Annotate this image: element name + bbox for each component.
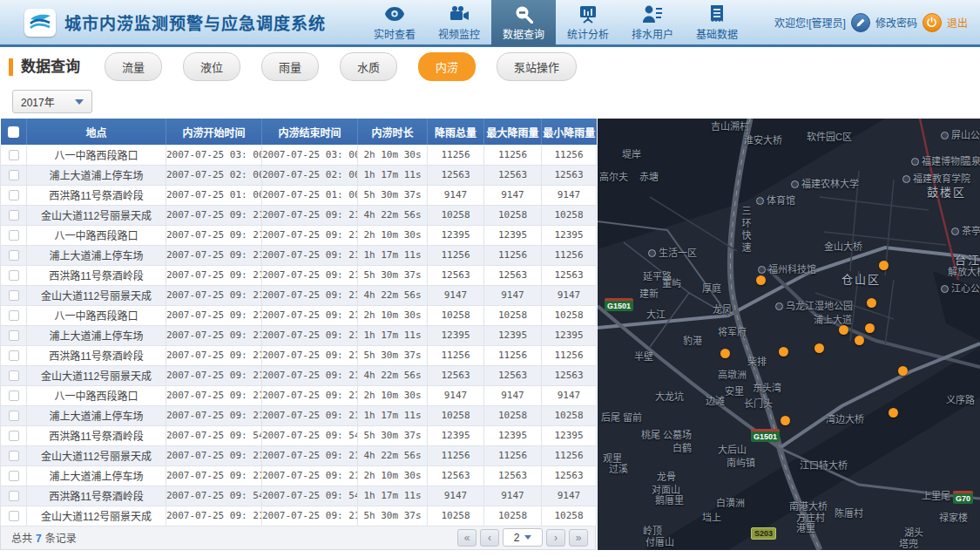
row-checkbox[interactable] bbox=[9, 250, 19, 261]
row-checkbox-cell[interactable] bbox=[1, 305, 27, 325]
page-select[interactable]: 2 bbox=[503, 528, 543, 547]
table-row[interactable]: 西洪路11号祭酒岭段2007-07-25 01: 002007-07-25 01… bbox=[1, 185, 597, 205]
row-checkbox-cell[interactable] bbox=[1, 285, 27, 305]
row-checkbox-cell[interactable] bbox=[1, 405, 27, 425]
next-page-button[interactable]: › bbox=[546, 529, 565, 547]
row-checkbox-cell[interactable] bbox=[1, 325, 27, 345]
nav-item-视频监控[interactable]: 视频监控 bbox=[427, 0, 491, 46]
waterlogging-marker-4[interactable] bbox=[839, 325, 848, 335]
table-row[interactable]: 浦上大道浦上停车场2007-07-25 09: 212007-07-25 09:… bbox=[1, 405, 597, 425]
table-row[interactable]: 金山大道112号丽景天成2007-07-25 09: 212007-07-25 … bbox=[1, 365, 597, 385]
waterlogging-marker-12[interactable] bbox=[889, 408, 898, 418]
table-row[interactable]: 浦上大道浦上停车场2007-07-25 09: 212007-07-25 09:… bbox=[1, 325, 597, 345]
table-row[interactable]: 西洪路11号祭酒岭段2007-07-25 09: 212007-07-25 09… bbox=[1, 265, 597, 285]
row-checkbox[interactable] bbox=[9, 310, 19, 321]
power-icon[interactable] bbox=[923, 13, 942, 32]
table-row[interactable]: 金山大道112号丽景天成2007-07-25 09: 212007-07-25 … bbox=[1, 506, 597, 526]
row-checkbox-cell[interactable] bbox=[1, 145, 27, 165]
waterlogging-marker-3[interactable] bbox=[867, 298, 876, 308]
table-row[interactable]: 金山大道112号丽景天成2007-07-25 09: 212007-07-25 … bbox=[1, 205, 597, 225]
pencil-icon[interactable] bbox=[851, 13, 870, 32]
tab-流量[interactable]: 流量 bbox=[105, 52, 162, 81]
row-checkbox[interactable] bbox=[9, 431, 19, 441]
waterlogging-marker-1[interactable] bbox=[756, 275, 766, 285]
first-page-button[interactable]: « bbox=[457, 529, 476, 547]
waterlogging-marker-2[interactable] bbox=[879, 261, 889, 270]
nav-item-数据查询[interactable]: 数据查询 bbox=[491, 0, 556, 46]
row-checkbox-cell[interactable] bbox=[1, 425, 27, 445]
nav-item-排水用户[interactable]: 排水用户 bbox=[620, 0, 685, 46]
table-row[interactable]: 金山大道112号丽景天成2007-07-25 09: 212007-07-25 … bbox=[1, 445, 597, 465]
select-all-cell[interactable] bbox=[1, 119, 27, 145]
table-row[interactable]: 浦上大道浦上停车场2007-07-25 02: 002007-07-25 02:… bbox=[1, 165, 597, 185]
table-row[interactable]: 金山大道112号丽景天成2007-07-25 09: 212007-07-25 … bbox=[1, 285, 597, 305]
row-checkbox-cell[interactable] bbox=[1, 506, 27, 526]
table-row[interactable]: 八一中路西段路口2007-07-25 09: 212007-07-25 09: … bbox=[1, 305, 597, 325]
row-checkbox[interactable] bbox=[9, 511, 19, 521]
table-row[interactable]: 西洪路11号祭酒岭段2007-07-25 09: 212007-07-25 09… bbox=[1, 345, 597, 365]
table-row[interactable]: 浦上大道浦上停车场2007-07-25 09: 212007-07-25 09:… bbox=[1, 245, 597, 265]
tab-雨量[interactable]: 雨量 bbox=[261, 52, 319, 81]
row-checkbox[interactable] bbox=[9, 210, 19, 221]
waterlogging-marker-5[interactable] bbox=[865, 323, 875, 333]
table-row[interactable]: 八一中路西段路口2007-07-25 09: 212007-07-25 09: … bbox=[1, 225, 597, 245]
row-checkbox-cell[interactable] bbox=[1, 365, 27, 385]
row-checkbox-cell[interactable] bbox=[1, 265, 27, 285]
row-checkbox[interactable] bbox=[9, 290, 19, 301]
row-checkbox[interactable] bbox=[9, 190, 19, 200]
map-place-label: 东头湾 bbox=[753, 380, 781, 394]
last-page-button[interactable]: » bbox=[569, 529, 588, 547]
row-checkbox-cell[interactable] bbox=[1, 385, 27, 405]
row-checkbox-cell[interactable] bbox=[1, 245, 27, 265]
nav-item-统计分析[interactable]: 统计分析 bbox=[556, 0, 620, 46]
table-row[interactable]: 八一中路西段路口2007-07-25 09: 212007-07-25 09: … bbox=[1, 385, 597, 405]
row-checkbox-cell[interactable] bbox=[1, 205, 27, 225]
cell-total-rainfall: 11256 bbox=[428, 245, 484, 265]
row-checkbox[interactable] bbox=[9, 370, 19, 381]
prev-page-button[interactable]: ‹ bbox=[480, 529, 499, 547]
waterlogging-marker-11[interactable] bbox=[781, 416, 790, 425]
table-row[interactable]: 浦上大道浦上停车场2007-07-25 09: 212007-07-25 09:… bbox=[1, 465, 597, 486]
tab-液位[interactable]: 液位 bbox=[183, 52, 240, 81]
row-checkbox[interactable] bbox=[9, 350, 19, 361]
table-row[interactable]: 西洪路11号祭酒岭段2007-07-25 09: 542007-07-25 09… bbox=[1, 486, 597, 506]
row-checkbox-cell[interactable] bbox=[1, 486, 27, 506]
row-checkbox-cell[interactable] bbox=[1, 225, 27, 245]
row-checkbox[interactable] bbox=[9, 330, 19, 341]
row-checkbox[interactable] bbox=[9, 411, 19, 421]
table-row[interactable]: 西洪路11号祭酒岭段2007-07-25 09: 542007-07-25 09… bbox=[1, 425, 597, 445]
row-checkbox-cell[interactable] bbox=[1, 465, 27, 486]
waterlogging-marker-8[interactable] bbox=[779, 347, 788, 357]
map-poi-label: 福建博物院 bbox=[911, 153, 970, 167]
change-password-link[interactable]: 修改密码 bbox=[875, 15, 917, 30]
select-all-checkbox[interactable] bbox=[8, 126, 19, 138]
row-checkbox[interactable] bbox=[9, 451, 19, 461]
row-checkbox[interactable] bbox=[9, 491, 19, 501]
row-checkbox-cell[interactable] bbox=[1, 345, 27, 365]
tab-泵站操作[interactable]: 泵站操作 bbox=[497, 52, 577, 81]
nav-item-实时查看[interactable]: 实时查看 bbox=[362, 0, 427, 46]
map-panel[interactable]: 吉山溯村淮安大桥软件园C区温泉堤岸高尔夫赤塘鼓楼区金山大桥台江解放大桥延平路董屿… bbox=[598, 119, 980, 550]
row-checkbox[interactable] bbox=[9, 230, 19, 241]
waterlogging-marker-7[interactable] bbox=[814, 343, 824, 353]
year-select[interactable]: 2017年 bbox=[12, 90, 92, 113]
tab-内涝[interactable]: 内涝 bbox=[418, 52, 476, 81]
row-checkbox[interactable] bbox=[9, 391, 19, 401]
row-checkbox[interactable] bbox=[9, 150, 19, 160]
row-checkbox-cell[interactable] bbox=[1, 445, 27, 465]
tab-水质[interactable]: 水质 bbox=[340, 52, 397, 81]
cell-end-time: 2007-07-25 09: 21 bbox=[262, 345, 358, 365]
row-checkbox[interactable] bbox=[9, 170, 19, 180]
waterlogging-marker-6[interactable] bbox=[855, 336, 864, 345]
waterlogging-marker-10[interactable] bbox=[898, 366, 908, 376]
logout-link[interactable]: 退出 bbox=[947, 15, 968, 30]
row-checkbox[interactable] bbox=[9, 270, 19, 281]
waterlogging-marker-9[interactable] bbox=[720, 349, 730, 358]
row-checkbox-cell[interactable] bbox=[1, 185, 27, 205]
row-checkbox[interactable] bbox=[9, 471, 19, 481]
nav-item-基础数据[interactable]: 基础数据 bbox=[685, 0, 749, 46]
table-row[interactable]: 八一中路西段路口2007-07-25 03: 002007-07-25 03: … bbox=[1, 145, 597, 165]
row-checkbox-cell[interactable] bbox=[1, 165, 27, 185]
cell-start-time: 2007-07-25 02: 00 bbox=[166, 165, 262, 185]
cell-location: 西洪路11号祭酒岭段 bbox=[27, 345, 166, 365]
